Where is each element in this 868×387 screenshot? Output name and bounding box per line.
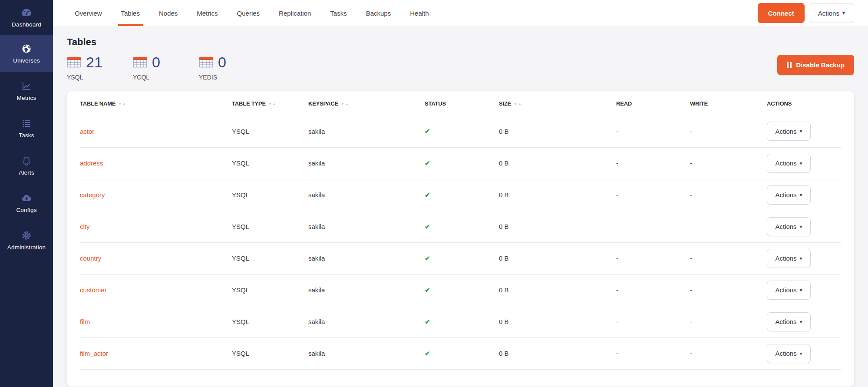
col-header-size[interactable]: SIZE▼▲ — [499, 91, 616, 116]
chevron-down-icon: ▾ — [800, 129, 802, 134]
tab-tables[interactable]: Tables — [116, 0, 145, 26]
col-header-table-type[interactable]: TABLE TYPE▼▲ — [232, 91, 308, 116]
sidebar-item-metrics[interactable]: Metrics — [0, 72, 53, 109]
table-name-link[interactable]: country — [80, 255, 101, 262]
row-actions-button[interactable]: Actions ▾ — [767, 154, 811, 173]
sort-icon[interactable]: ▼▲ — [514, 102, 522, 106]
cell-read: - — [616, 211, 690, 242]
col-header-status: STATUS — [425, 91, 499, 116]
status-check-icon: ✔ — [425, 318, 430, 325]
gauge-icon — [21, 7, 32, 18]
chevron-down-icon: ▾ — [800, 161, 802, 166]
cell-size: 0 B — [499, 147, 616, 179]
ysql-count: 21 — [86, 55, 102, 69]
gear-icon — [21, 230, 32, 241]
table-name-link[interactable]: city — [80, 223, 90, 230]
cell-read: - — [616, 337, 690, 369]
sort-icon[interactable]: ▼▲ — [118, 102, 127, 106]
row-actions-button[interactable]: Actions ▾ — [767, 344, 811, 363]
table-icon — [133, 56, 147, 68]
yedis-count: 0 — [218, 55, 226, 69]
app-window: Dashboard Universes Metrics — [0, 0, 868, 387]
sidebar-item-label: Alerts — [19, 169, 34, 176]
table-icon — [199, 56, 213, 68]
cell-table-type: YSQL — [232, 242, 308, 274]
status-check-icon: ✔ — [425, 159, 430, 167]
sidebar-item-label: Dashboard — [12, 21, 41, 28]
row-actions-button[interactable]: Actions ▾ — [767, 312, 811, 331]
table-stats-row: 21 YSQL 0 YCQL — [67, 55, 854, 81]
cell-table-type: YSQL — [232, 147, 308, 179]
status-check-icon: ✔ — [425, 223, 430, 230]
tab-queries[interactable]: Queries — [231, 0, 266, 26]
chevron-down-icon: ▾ — [800, 256, 802, 261]
col-header-table-name[interactable]: TABLE NAME▼▲ — [80, 91, 232, 116]
tab-overview[interactable]: Overview — [69, 0, 108, 26]
table-name-link[interactable]: customer — [80, 286, 107, 294]
status-check-icon: ✔ — [425, 255, 430, 262]
ysql-label: YSQL — [67, 74, 133, 81]
table-name-link[interactable]: category — [80, 191, 105, 198]
pause-icon — [787, 62, 792, 68]
sidebar-item-label: Metrics — [17, 95, 36, 101]
sidebar-item-alerts[interactable]: Alerts — [0, 147, 53, 184]
tab-nodes[interactable]: Nodes — [153, 0, 183, 26]
table-row: city YSQL sakila ✔ 0 B - - Actions — [80, 211, 841, 242]
cell-write: - — [690, 242, 767, 274]
tab-metrics[interactable]: Metrics — [191, 0, 223, 26]
connect-button[interactable]: Connect — [758, 3, 805, 23]
stat-ysql: 21 YSQL — [67, 55, 133, 81]
col-header-keyspace[interactable]: KEYSPACE▼▲ — [308, 91, 425, 116]
ycql-count: 0 — [152, 55, 160, 69]
col-header-read: READ — [616, 91, 690, 116]
universe-actions-button[interactable]: Actions ▾ — [810, 3, 853, 23]
chevron-down-icon: ▾ — [800, 288, 802, 293]
row-actions-button[interactable]: Actions ▾ — [767, 185, 811, 205]
cell-write: - — [690, 211, 767, 242]
chevron-down-icon: ▾ — [842, 10, 845, 16]
ycql-label: YCQL — [133, 74, 199, 81]
sidebar-item-universes[interactable]: Universes — [0, 35, 53, 72]
cell-read: - — [616, 147, 690, 179]
tab-backups[interactable]: Backups — [360, 0, 397, 26]
row-actions-button[interactable]: Actions ▾ — [767, 281, 811, 300]
cell-table-type: YSQL — [232, 179, 308, 211]
cell-size: 0 B — [499, 274, 616, 306]
sidebar-item-administration[interactable]: Administration — [0, 222, 53, 259]
sidebar-item-dashboard[interactable]: Dashboard — [0, 0, 53, 35]
cell-read: - — [616, 116, 690, 147]
cell-size: 0 B — [499, 211, 616, 242]
table-row: film_actor YSQL sakila ✔ 0 B - - Actions — [80, 337, 841, 369]
sidebar-item-tasks[interactable]: Tasks — [0, 109, 53, 147]
disable-backup-button[interactable]: Disable Backup — [777, 55, 854, 75]
table-name-link[interactable]: actor — [80, 128, 94, 135]
cell-keyspace: sakila — [308, 179, 425, 211]
disable-backup-label: Disable Backup — [796, 61, 845, 69]
table-icon — [67, 56, 81, 68]
col-header-write: WRITE — [690, 91, 767, 116]
row-actions-button[interactable]: Actions ▾ — [767, 217, 811, 236]
cell-write: - — [690, 274, 767, 306]
table-row: film YSQL sakila ✔ 0 B - - Actions — [80, 306, 841, 337]
sort-icon[interactable]: ▼▲ — [268, 102, 277, 106]
sidebar-item-label: Universes — [13, 57, 40, 64]
row-actions-button[interactable]: Actions ▾ — [767, 122, 811, 141]
chart-line-icon — [21, 80, 32, 92]
sort-icon[interactable]: ▼▲ — [341, 102, 350, 106]
cell-table-type: YSQL — [232, 211, 308, 242]
table-name-link[interactable]: film_actor — [80, 350, 108, 357]
tab-replication[interactable]: Replication — [273, 0, 317, 26]
cell-write: - — [690, 147, 767, 179]
list-icon — [21, 118, 32, 129]
table-name-link[interactable]: film — [80, 318, 90, 325]
table-name-link[interactable]: address — [80, 159, 103, 167]
sidebar-item-configs[interactable]: Configs — [0, 184, 53, 222]
row-actions-button[interactable]: Actions ▾ — [767, 249, 811, 268]
cell-keyspace: sakila — [308, 116, 425, 147]
tab-tasks[interactable]: Tasks — [324, 0, 352, 26]
chevron-down-icon: ▾ — [800, 351, 802, 356]
tab-health[interactable]: Health — [404, 0, 434, 26]
chevron-down-icon: ▾ — [800, 319, 802, 324]
cell-keyspace: sakila — [308, 147, 425, 179]
cell-keyspace: sakila — [308, 211, 425, 242]
